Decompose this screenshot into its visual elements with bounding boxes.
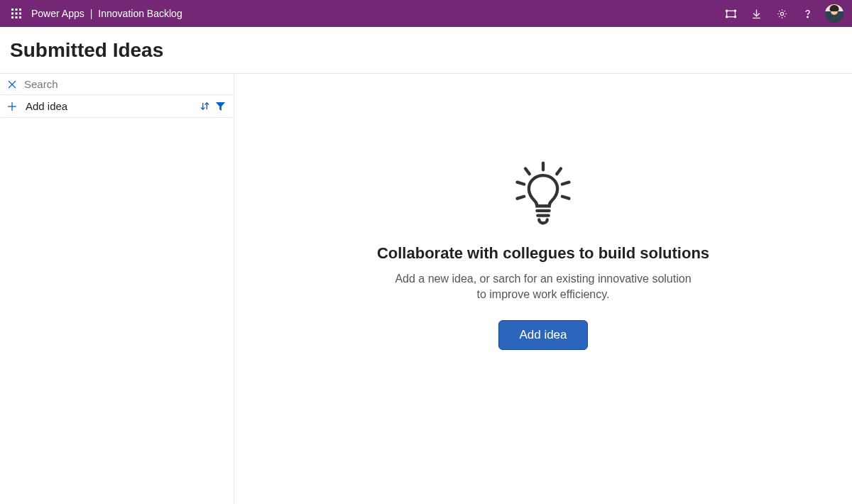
svg-point-10: [726, 10, 727, 11]
svg-point-12: [726, 16, 727, 17]
svg-rect-4: [16, 13, 18, 15]
lightbulb-icon: [509, 159, 577, 230]
svg-point-16: [780, 12, 783, 15]
separator: |: [90, 8, 93, 19]
svg-rect-2: [19, 9, 21, 11]
empty-heading: Collaborate with collegues to build solu…: [377, 244, 709, 263]
product-name: Power Apps: [31, 8, 84, 19]
main-area: Collaborate with collegues to build solu…: [234, 74, 852, 504]
svg-rect-6: [11, 16, 13, 18]
download-icon[interactable]: [744, 1, 768, 26]
app-name: Innovation Backlog: [98, 8, 182, 19]
svg-rect-3: [11, 13, 13, 15]
app-header: Power Apps | Innovation Backlog: [0, 0, 852, 27]
svg-rect-8: [19, 16, 21, 18]
page-title: Submitted Ideas: [10, 39, 163, 62]
svg-rect-7: [16, 16, 18, 18]
svg-point-11: [734, 10, 736, 11]
sort-icon[interactable]: [197, 101, 212, 111]
help-icon[interactable]: [795, 1, 819, 26]
clear-search-icon[interactable]: [6, 80, 18, 89]
empty-state: Collaborate with collegues to build solu…: [377, 159, 709, 350]
page-titlebar: Submitted Ideas: [0, 27, 852, 74]
avatar[interactable]: [825, 4, 843, 23]
gear-icon[interactable]: [770, 1, 794, 26]
content: Add idea: [0, 74, 852, 504]
svg-line-26: [557, 168, 561, 174]
brand-label: Power Apps | Innovation Backlog: [31, 8, 182, 19]
svg-rect-9: [726, 11, 735, 17]
add-idea-button[interactable]: Add idea: [498, 320, 587, 350]
fit-icon[interactable]: [719, 1, 743, 26]
add-idea-link[interactable]: Add idea: [26, 100, 67, 112]
svg-line-25: [525, 168, 530, 174]
svg-point-13: [734, 16, 736, 17]
svg-line-30: [562, 197, 569, 199]
plus-icon[interactable]: [6, 102, 18, 111]
search-input[interactable]: [24, 78, 228, 90]
svg-line-28: [562, 182, 569, 185]
side-panel: Add idea: [0, 74, 234, 504]
filter-icon[interactable]: [212, 101, 228, 111]
search-row: [0, 74, 234, 95]
svg-line-29: [518, 197, 525, 199]
waffle-icon[interactable]: [6, 3, 27, 24]
svg-line-27: [518, 182, 525, 185]
header-actions: [719, 1, 846, 26]
svg-rect-1: [16, 9, 18, 11]
add-idea-row: Add idea: [0, 95, 234, 118]
svg-rect-5: [19, 13, 21, 15]
svg-rect-0: [11, 9, 13, 11]
empty-body: Add a new idea, or sarch for an existing…: [394, 271, 692, 303]
svg-point-17: [807, 16, 808, 18]
